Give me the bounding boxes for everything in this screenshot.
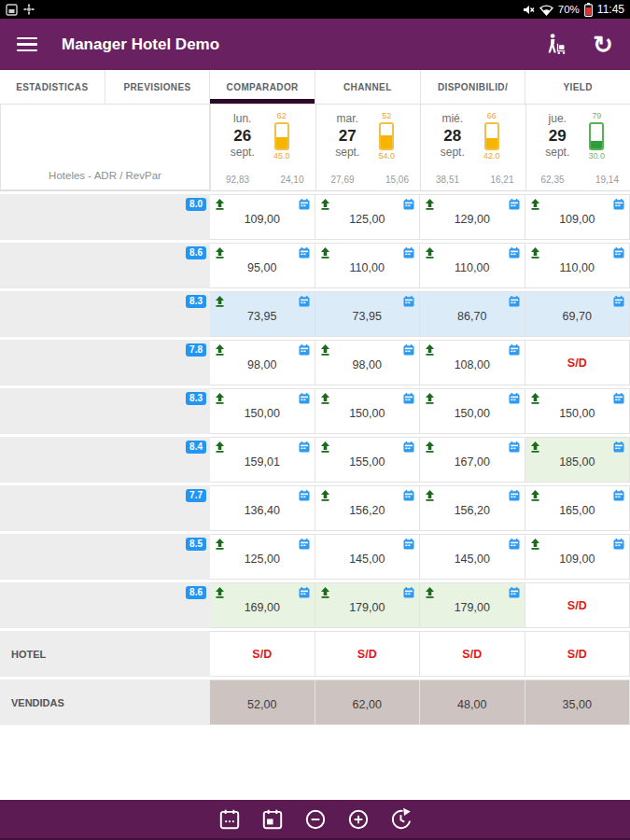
- calendar-icon[interactable]: [299, 393, 310, 404]
- calendar-icon[interactable]: [403, 247, 414, 259]
- upload-icon[interactable]: [530, 393, 540, 404]
- upload-icon[interactable]: [425, 344, 435, 356]
- day-header[interactable]: jue.29sept.7930.062,3519,14: [525, 105, 630, 190]
- price-cell[interactable]: 136,40: [210, 485, 315, 531]
- price-cell[interactable]: S/D: [525, 582, 630, 628]
- upload-icon[interactable]: [530, 199, 540, 210]
- tab-yield[interactable]: YIELD: [525, 70, 630, 104]
- calendar-icon[interactable]: [509, 393, 520, 404]
- price-cell[interactable]: 110,00: [525, 243, 630, 288]
- upload-icon[interactable]: [215, 199, 225, 210]
- upload-icon[interactable]: [215, 539, 225, 550]
- calendar-icon[interactable]: [613, 393, 624, 404]
- price-cell[interactable]: 155,00: [315, 437, 421, 483]
- upload-icon[interactable]: [425, 441, 435, 453]
- price-cell[interactable]: 159,01: [210, 437, 315, 483]
- refresh-time-icon[interactable]: [388, 806, 413, 832]
- tab-disponibilid[interactable]: DISPONIBILID/: [420, 70, 525, 104]
- price-cell[interactable]: 156,20: [315, 485, 421, 531]
- price-cell[interactable]: 110,00: [315, 243, 421, 288]
- calendar-icon[interactable]: [403, 393, 414, 404]
- calendar-day-icon[interactable]: [259, 806, 285, 832]
- upload-icon[interactable]: [320, 247, 330, 259]
- price-cell[interactable]: S/D: [525, 340, 630, 385]
- calendar-icon[interactable]: [613, 539, 624, 550]
- price-cell[interactable]: 109,00: [525, 534, 630, 580]
- calendar-icon[interactable]: [613, 441, 624, 453]
- calendar-icon[interactable]: [403, 441, 414, 453]
- calendar-range-icon[interactable]: [217, 806, 242, 832]
- tab-previsiones[interactable]: PREVISIONES: [105, 70, 210, 104]
- price-cell[interactable]: 73,95: [315, 291, 421, 337]
- calendar-icon[interactable]: [613, 490, 624, 501]
- calendar-icon[interactable]: [403, 490, 414, 501]
- price-cell[interactable]: 108,00: [420, 340, 525, 385]
- calendar-icon[interactable]: [299, 441, 310, 453]
- price-cell[interactable]: 62,00: [315, 679, 421, 725]
- upload-icon[interactable]: [215, 587, 225, 598]
- upload-icon[interactable]: [320, 199, 330, 210]
- calendar-icon[interactable]: [509, 344, 520, 356]
- upload-icon[interactable]: [215, 247, 225, 259]
- upload-icon[interactable]: [425, 587, 435, 598]
- calendar-icon[interactable]: [613, 247, 624, 259]
- price-cell[interactable]: S/D: [420, 631, 525, 677]
- calendar-icon[interactable]: [299, 490, 310, 501]
- upload-icon[interactable]: [425, 247, 435, 259]
- calendar-icon[interactable]: [509, 441, 520, 453]
- price-cell[interactable]: 165,00: [525, 485, 630, 531]
- calendar-icon[interactable]: [509, 587, 520, 598]
- price-cell[interactable]: 129,00: [420, 194, 525, 240]
- calendar-icon[interactable]: [299, 587, 310, 598]
- price-cell[interactable]: 109,00: [525, 194, 630, 240]
- upload-icon[interactable]: [320, 441, 330, 453]
- price-cell[interactable]: 98,00: [315, 340, 421, 385]
- zoom-out-icon[interactable]: [302, 806, 328, 832]
- price-cell[interactable]: 179,00: [420, 582, 525, 628]
- price-cell[interactable]: 125,00: [210, 534, 315, 580]
- calendar-icon[interactable]: [403, 296, 414, 307]
- upload-icon[interactable]: [530, 247, 540, 259]
- upload-icon[interactable]: [215, 393, 225, 404]
- price-cell[interactable]: 109,00: [210, 194, 315, 240]
- day-header[interactable]: lun.26sept.6245.092,8324,10: [210, 105, 315, 190]
- calendar-icon[interactable]: [299, 199, 310, 210]
- calendar-icon[interactable]: [403, 199, 414, 210]
- price-cell[interactable]: S/D: [210, 631, 315, 677]
- price-cell[interactable]: 98,00: [210, 340, 315, 385]
- calendar-icon[interactable]: [613, 296, 624, 307]
- day-header[interactable]: mar.27sept.5254.027,6915,06: [315, 105, 421, 190]
- price-cell[interactable]: S/D: [315, 631, 421, 677]
- upload-icon[interactable]: [530, 490, 540, 501]
- price-cell[interactable]: 145,00: [315, 534, 421, 580]
- calendar-icon[interactable]: [299, 539, 310, 550]
- price-cell[interactable]: 150,00: [315, 388, 421, 434]
- price-cell[interactable]: 145,00: [420, 534, 525, 580]
- calendar-icon[interactable]: [509, 490, 520, 501]
- upload-icon[interactable]: [425, 199, 435, 210]
- price-cell[interactable]: 150,00: [420, 388, 525, 434]
- calendar-icon[interactable]: [613, 199, 624, 210]
- price-cell[interactable]: 110,00: [420, 243, 525, 288]
- calendar-icon[interactable]: [299, 247, 310, 259]
- calendar-icon[interactable]: [403, 539, 414, 550]
- price-cell[interactable]: 48,00: [420, 679, 525, 725]
- calendar-icon[interactable]: [299, 296, 310, 307]
- upload-icon[interactable]: [215, 344, 225, 356]
- price-cell[interactable]: 169,00: [210, 582, 315, 628]
- upload-icon[interactable]: [215, 296, 225, 307]
- calendar-icon[interactable]: [509, 199, 520, 210]
- price-cell[interactable]: 86,70: [420, 291, 525, 337]
- menu-icon[interactable]: [17, 37, 37, 52]
- price-cell[interactable]: 179,00: [315, 582, 421, 628]
- zoom-in-icon[interactable]: [345, 806, 371, 832]
- calendar-icon[interactable]: [403, 344, 414, 356]
- calendar-icon[interactable]: [509, 539, 520, 550]
- upload-icon[interactable]: [530, 539, 540, 550]
- sync-icon[interactable]: ↻: [593, 33, 613, 57]
- price-cell[interactable]: 95,00: [210, 243, 315, 288]
- price-cell[interactable]: 125,00: [315, 194, 421, 240]
- upload-icon[interactable]: [215, 441, 225, 453]
- upload-icon[interactable]: [320, 490, 330, 501]
- tab-estadisticas[interactable]: ESTADISTICAS: [0, 70, 105, 104]
